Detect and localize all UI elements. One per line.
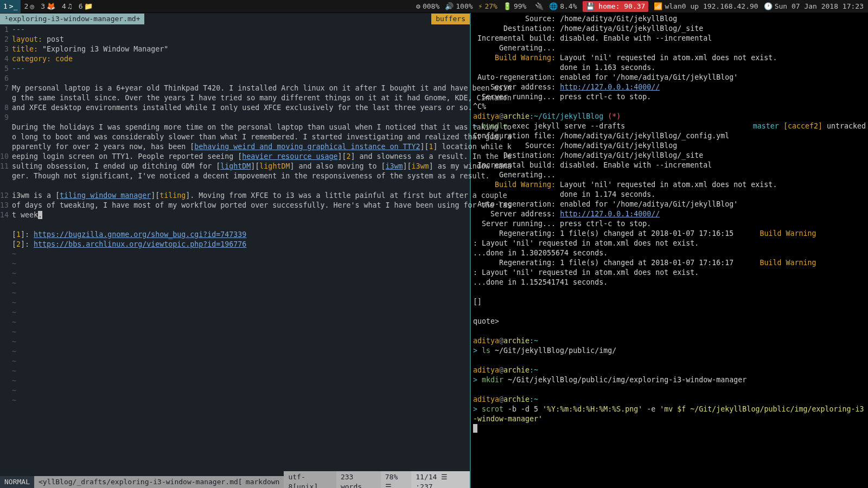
clock-icon: 🕐 [764, 2, 773, 11]
clock: 🕐Sun 07 Jan 2018 17:23 [764, 2, 864, 11]
term-line [473, 356, 866, 365]
buffers-indicator[interactable]: buffers [431, 14, 470, 24]
link-tty2-bug[interactable]: behaving weird and moving graphical inst… [194, 143, 420, 151]
hdd-icon: 💾 [586, 2, 595, 10]
term-line: Server address: http://127.0.0.1:4000// [473, 209, 866, 219]
vim-filetype: markdown [241, 476, 284, 488]
term-line: > ls ~/Git/jekyllBlog/public/img/ [473, 346, 866, 356]
term-line: Generating... [473, 170, 866, 180]
battery-icon: 🔋 [503, 2, 512, 11]
term-line: Regenerating: 1 file(s) changed at 2018-… [473, 229, 866, 239]
workspace-4[interactable]: 4♫ [59, 0, 75, 13]
i3-statusbar: 1>_ 2◎ 3🦊 4♫ 6📁 ⚙008% 🔊100% ⚡27% 🔋99% 🔌 … [0, 0, 868, 13]
term-line [473, 424, 866, 434]
thermal-status: 🌐8.4% [549, 2, 577, 11]
term-line: Auto-regeneration: enabled for '/home/ad… [473, 73, 866, 82]
vim-filename: <yllBlog/_drafts/exploring-i3-window-man… [34, 476, 241, 488]
term-line: > mkdir ~/Git/jekyllBlog/public/img/expl… [473, 375, 866, 385]
term-line: : Layout 'nil' requested in atom.xml doe… [473, 239, 866, 248]
vim-percent: 78% ☰ [381, 471, 411, 488]
cpu-status: ⚙008% [416, 2, 439, 11]
chrome-icon: ◎ [30, 2, 34, 11]
term-line [473, 307, 866, 317]
term-line: aditya@archie:~/Git/jekyllBlog (*) [473, 112, 866, 121]
battery-status: 🔋99% 🔌 [503, 2, 544, 11]
firefox-icon: 🦊 [47, 2, 55, 11]
term-line: Destination: /home/aditya/Git/jekyllBlog… [473, 151, 866, 160]
term-line: done in 1.163 seconds. [473, 63, 866, 73]
workspace-1[interactable]: 1>_ [0, 0, 21, 13]
term-line: : Layout 'nil' requested in atom.xml doe… [473, 268, 866, 278]
term-line [473, 385, 866, 395]
workspace-3[interactable]: 3🦊 [37, 0, 59, 13]
vim-wordcount: 233 words [336, 471, 381, 488]
term-line: aditya@archie:~ [473, 336, 866, 346]
term-line: Source: /home/aditya/Git/jekyllBlog [473, 14, 866, 24]
gear-icon: ⚙ [416, 2, 420, 11]
terminal-icon: >_ [9, 2, 18, 11]
term-line: Server address: http://127.0.0.1:4000// [473, 82, 866, 92]
term-line: ...done in 1.302055674 seconds. [473, 248, 866, 258]
terminal-pane[interactable]: Source: /home/aditya/Git/jekyllBlog Dest… [471, 13, 868, 488]
globe-icon: 🌐 [549, 2, 558, 11]
ref1-url[interactable]: https://bugzilla.gnome.org/show_bug.cgi?… [34, 230, 246, 239]
wifi-icon: 📶 [654, 2, 662, 11]
disk-status: 💾 home: 90.37 [583, 1, 649, 12]
vim-editor-pane[interactable]: ¹exploring-i3-window-manager.md+ buffers… [0, 13, 471, 488]
link-tiling-wm[interactable]: tiling window manager [60, 191, 151, 200]
link-resource-usage[interactable]: heavier resource usage [242, 152, 337, 160]
speaker-icon: 🔊 [445, 2, 454, 11]
term-line: Generating... [473, 43, 866, 53]
term-line: Destination: /home/aditya/Git/jekyllBlog… [473, 24, 866, 34]
brightness-status: ⚡27% [478, 2, 497, 11]
term-line [473, 287, 866, 297]
vim-mode: NORMAL [0, 476, 34, 488]
line-gutter: 1234567 89 1011 121314 [0, 25, 12, 476]
link-i3wm[interactable]: i3wm [386, 162, 403, 170]
term-line: aditya@archie:~ [473, 365, 866, 375]
vim-encoding: utf-8[unix] [284, 471, 336, 488]
music-icon: ♫ [68, 2, 72, 11]
term-line: Regenerating: 1 file(s) changed at 2018-… [473, 258, 866, 268]
term-line: quote> [473, 317, 866, 326]
volume-status: 🔊100% [445, 2, 473, 11]
term-line: Build Warning: Layout 'nil' requested in… [473, 180, 866, 190]
plug-icon: 🔌 [535, 2, 544, 11]
link-lightdm[interactable]: lightDM [220, 162, 251, 170]
bolt-icon: ⚡ [478, 2, 483, 11]
workspace-6[interactable]: 6📁 [75, 0, 97, 13]
term-line: [] [473, 297, 866, 307]
term-line: > bundle exec jekyll serve --draftsmaste… [473, 121, 866, 131]
term-line: Build Warning: Layout 'nil' requested in… [473, 53, 866, 63]
vim-tab[interactable]: ¹exploring-i3-window-manager.md+ [0, 14, 144, 24]
folder-icon: 📁 [84, 2, 93, 11]
term-line: Server running... press ctrl-c to stop. [473, 219, 866, 229]
ref2-url[interactable]: https://bbs.archlinux.org/viewtopic.php?… [34, 240, 246, 248]
term-line [473, 326, 866, 336]
term-line: ^C% [473, 102, 866, 112]
term-line: done in 1.174 seconds. [473, 190, 866, 200]
term-line: Source: /home/aditya/Git/jekyllBlog [473, 141, 866, 151]
vim-cursor: . [38, 211, 42, 219]
term-line: ...done in 1.152541741 seconds. [473, 278, 866, 287]
vim-position: 11/14 ☰ :237 [411, 471, 470, 488]
vim-statusline: NORMAL <yllBlog/_drafts/exploring-i3-win… [0, 476, 470, 488]
wifi-status: 📶wlan0 up 192.168.42.90 [654, 2, 758, 11]
term-line: Auto-regeneration: enabled for '/home/ad… [473, 200, 866, 209]
term-line: Incremental build: disabled. Enable with… [473, 34, 866, 43]
term-line: Configuration file: /home/aditya/Git/jek… [473, 131, 866, 141]
workspace-2[interactable]: 2◎ [21, 0, 37, 13]
editor-text[interactable]: --- layout: post title: "Exploring i3 Wi… [12, 25, 515, 476]
term-line: Server running... press ctrl-c to stop. [473, 92, 866, 102]
term-line: aditya@archie:~ [473, 395, 866, 404]
term-line: Incremental build: disabled. Enable with… [473, 160, 866, 170]
term-line: > scrot -b -d 5 '%Y:%m:%d:%H:%M:%S.png' … [473, 404, 866, 424]
